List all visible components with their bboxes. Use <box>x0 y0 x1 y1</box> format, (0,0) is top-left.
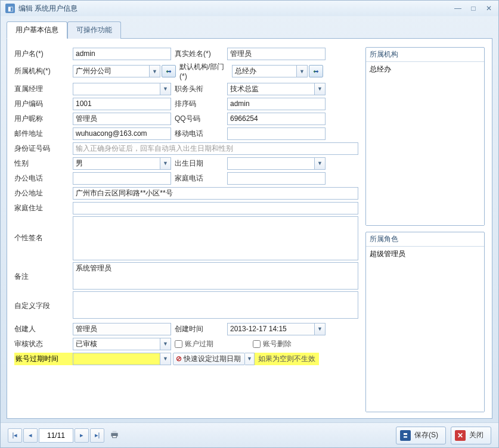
label-custom: 自定义字段 <box>14 291 73 311</box>
remark-textarea[interactable]: 系统管理员 <box>73 262 358 290</box>
nav-first-button[interactable]: |◂ <box>8 428 22 443</box>
svg-rect-1 <box>113 431 117 433</box>
role-panel: 所属角色 超级管理员 <box>365 232 485 412</box>
email-input[interactable] <box>73 127 171 140</box>
quick-expire-label: 快速设定过期日期 <box>184 354 241 364</box>
signature-textarea[interactable] <box>73 216 358 260</box>
custom-textarea[interactable] <box>73 291 358 319</box>
close-button[interactable]: ✕ 关闭 <box>451 427 491 444</box>
chevron-down-icon[interactable]: ▼ <box>160 157 171 170</box>
account-expire-checkbox[interactable]: 账户过期 <box>175 339 213 349</box>
svg-rect-4 <box>404 433 407 435</box>
label-qq: QQ号码 <box>171 114 227 124</box>
account-delete-checkbox[interactable]: 账号删除 <box>253 339 292 349</box>
label-creator: 创建人 <box>14 324 73 334</box>
chevron-down-icon[interactable]: ▼ <box>245 353 255 365</box>
close-icon: ✕ <box>455 430 466 441</box>
label-audit: 审核状态 <box>14 339 73 349</box>
office-addr-input[interactable] <box>73 187 358 200</box>
org-panel: 所属机构 总经办 <box>365 47 485 226</box>
default-dept-select[interactable] <box>232 65 297 77</box>
titlebar: ◧ 编辑 系统用户信息 — □ ✕ <box>1 1 498 16</box>
nickname-input[interactable] <box>73 113 171 125</box>
org-item[interactable]: 总经办 <box>370 64 481 74</box>
save-icon <box>400 430 411 441</box>
save-button[interactable]: 保存(S) <box>396 427 446 444</box>
nav-last-button[interactable]: ▸| <box>90 428 104 443</box>
label-home-addr: 家庭住址 <box>14 203 73 213</box>
label-office-addr: 办公地址 <box>14 188 73 198</box>
qq-input[interactable] <box>227 113 326 125</box>
title-select[interactable] <box>227 83 315 95</box>
label-create-time: 创建时间 <box>171 324 227 334</box>
create-time-input <box>227 323 315 335</box>
expire-time-input[interactable] <box>73 353 160 365</box>
birthday-input[interactable] <box>227 157 315 170</box>
sortcode-input[interactable] <box>227 98 326 110</box>
label-birthday: 出生日期 <box>171 158 227 169</box>
label-remark: 备注 <box>14 262 73 282</box>
home-addr-input[interactable] <box>73 202 358 214</box>
office-phone-input[interactable] <box>73 172 171 185</box>
save-button-label: 保存(S) <box>414 430 438 440</box>
idcard-input[interactable] <box>73 142 358 155</box>
tabs: 用户基本信息 可操作功能 <box>7 21 492 39</box>
manager-select[interactable] <box>73 83 160 95</box>
nav-next-button[interactable]: ▸ <box>75 428 89 443</box>
org-lookup-button[interactable] <box>162 65 176 77</box>
chevron-down-icon[interactable]: ▼ <box>315 83 326 95</box>
dept-lookup-button[interactable] <box>309 65 323 77</box>
chevron-down-icon[interactable]: ▼ <box>160 83 171 95</box>
label-home-phone: 家庭电话 <box>171 173 227 183</box>
role-panel-title: 所属角色 <box>366 232 484 247</box>
chevron-down-icon[interactable]: ▼ <box>297 65 308 77</box>
close-button-label: 关闭 <box>469 430 483 440</box>
account-delete-label: 账号删除 <box>263 339 292 349</box>
label-mobile: 移动电话 <box>171 129 227 139</box>
chevron-down-icon[interactable]: ▼ <box>160 338 171 350</box>
maximize-button[interactable]: □ <box>469 4 478 13</box>
chevron-down-icon[interactable]: ▼ <box>315 323 326 335</box>
label-email: 邮件地址 <box>14 129 73 139</box>
username-input[interactable] <box>73 48 171 60</box>
nav-page-indicator: 11/11 <box>39 428 73 443</box>
tab-operations[interactable]: 可操作功能 <box>67 21 121 39</box>
label-realname: 真实姓名(*) <box>171 49 227 59</box>
org-panel-body: 总经办 <box>366 62 484 225</box>
org-panel-title: 所属机构 <box>366 48 484 62</box>
role-item[interactable]: 超级管理员 <box>370 249 481 259</box>
chevron-down-icon[interactable]: ▼ <box>160 353 171 365</box>
role-panel-body: 超级管理员 <box>366 247 484 412</box>
org-select[interactable] <box>73 65 150 77</box>
home-phone-input[interactable] <box>227 172 326 185</box>
label-usercode: 用户编码 <box>14 99 73 109</box>
label-org: 所属机构(*) <box>14 66 73 76</box>
usercode-input[interactable] <box>73 98 171 110</box>
account-expire-label: 账户过期 <box>185 339 213 349</box>
minimize-button[interactable]: — <box>453 4 463 13</box>
close-window-button[interactable]: ✕ <box>484 4 494 13</box>
audit-select[interactable] <box>73 338 160 350</box>
svg-rect-2 <box>113 435 117 437</box>
expire-note: 如果为空则不生效 <box>255 353 319 365</box>
app-icon: ◧ <box>5 4 15 13</box>
label-manager: 直属经理 <box>14 84 73 94</box>
nav-prev-button[interactable]: ◂ <box>23 428 38 443</box>
tab-basic-info[interactable]: 用户基本信息 <box>7 21 67 39</box>
window-title: 编辑 系统用户信息 <box>18 4 453 14</box>
label-nickname: 用户昵称 <box>14 114 73 124</box>
print-button[interactable] <box>109 429 120 441</box>
chevron-down-icon[interactable]: ▼ <box>150 65 160 77</box>
label-default-dept: 默认机构/部门(*) <box>176 62 232 80</box>
label-expire-time: 账号过期时间 <box>14 353 73 365</box>
label-gender: 性别 <box>14 158 73 169</box>
gender-select[interactable] <box>73 157 160 170</box>
stop-icon: ⊘ <box>176 354 182 363</box>
chevron-down-icon[interactable]: ▼ <box>315 157 326 170</box>
mobile-input[interactable] <box>227 127 326 140</box>
label-title: 职务头衔 <box>171 84 227 94</box>
quick-expire-button[interactable]: ⊘ 快速设定过期日期 <box>173 353 245 365</box>
realname-input[interactable] <box>227 48 326 60</box>
label-signature: 个性签名 <box>14 216 73 243</box>
label-username: 用户名(*) <box>14 49 73 59</box>
